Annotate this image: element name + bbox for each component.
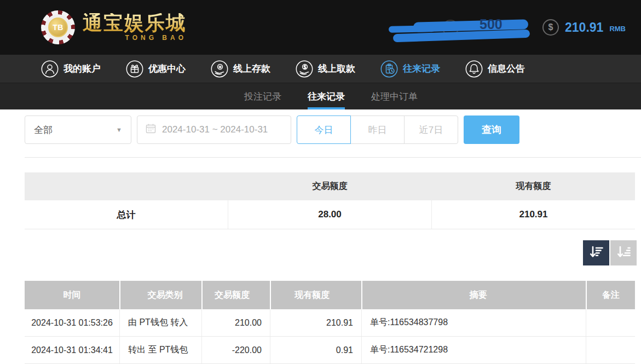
main-nav: 我的账户 优惠中心 线上存款 线上取款 往来记录 信息公告 bbox=[0, 55, 641, 83]
cell-amount: 210.00 bbox=[201, 309, 270, 336]
cell-note bbox=[586, 309, 635, 336]
type-select[interactable]: 全部 ▼ bbox=[25, 115, 131, 144]
nav-label: 优惠中心 bbox=[148, 62, 186, 75]
dollar-circle-icon: $ bbox=[542, 19, 559, 36]
logo-text: 通宝娱乐城 TONG BAO bbox=[83, 13, 187, 42]
chevron-down-icon: ▼ bbox=[116, 126, 122, 133]
range-today-button[interactable]: 今日 bbox=[297, 115, 351, 144]
nav-label: 往来记录 bbox=[403, 62, 440, 75]
nav-item-deposit[interactable]: 线上存款 bbox=[211, 60, 270, 78]
sort-asc-icon bbox=[616, 245, 631, 261]
type-select-value: 全部 bbox=[34, 124, 53, 136]
records-table: 时间 交易类别 交易额度 现有额度 摘要 备注 2024-10-31 01:53… bbox=[25, 281, 635, 364]
nav-label: 线上取款 bbox=[318, 62, 355, 75]
deposit-hand-coin-icon bbox=[211, 60, 228, 78]
cell-summary: 单号:116534721298 bbox=[361, 337, 586, 363]
tb-chip-label: TB bbox=[48, 18, 68, 37]
cell-balance: 210.91 bbox=[270, 309, 361, 336]
cell-note bbox=[586, 337, 635, 363]
range-last7days-button[interactable]: 近7日 bbox=[404, 115, 458, 144]
cell-type: 由 PT钱包 转入 bbox=[119, 309, 201, 336]
sort-descending-button[interactable] bbox=[583, 240, 609, 265]
bell-icon bbox=[465, 60, 483, 78]
range-label: 昨日 bbox=[368, 124, 387, 136]
tab-label: 处理中订单 bbox=[371, 90, 418, 103]
gift-icon bbox=[126, 60, 143, 78]
tab-pending-orders[interactable]: 处理中订单 bbox=[371, 83, 418, 109]
app-header: TB 通宝娱乐城 TONG BAO 500 $ 210.91 RMB bbox=[0, 0, 641, 55]
tab-bet-records[interactable]: 投注记录 bbox=[244, 83, 281, 109]
balance[interactable]: $ 210.91 RMB bbox=[542, 0, 626, 55]
nav-item-announcements[interactable]: 信息公告 bbox=[465, 60, 525, 78]
summary-header-row: 交易额度 现有额度 bbox=[25, 172, 635, 200]
logo[interactable]: TB 通宝娱乐城 TONG BAO bbox=[41, 10, 187, 44]
range-label: 今日 bbox=[315, 124, 333, 136]
summary-header-trade-amount: 交易额度 bbox=[228, 172, 432, 200]
balance-amount: 210.91 bbox=[565, 20, 603, 35]
nav-item-transactions[interactable]: 往来记录 bbox=[380, 60, 440, 78]
cell-type: 转出 至 PT钱包 bbox=[119, 337, 201, 363]
nav-item-my-account[interactable]: 我的账户 bbox=[41, 60, 101, 78]
summary-trade-amount: 28.00 bbox=[228, 200, 431, 229]
summary-header-blank bbox=[25, 172, 228, 200]
quick-range-group: 今日 昨日 近7日 bbox=[297, 115, 458, 144]
col-header-balance: 现有额度 bbox=[270, 281, 361, 309]
withdraw-hand-dollar-icon bbox=[296, 60, 313, 78]
nav-item-withdraw[interactable]: 线上取款 bbox=[296, 60, 355, 78]
sort-ascending-button[interactable] bbox=[610, 240, 637, 265]
nav-label: 信息公告 bbox=[488, 62, 525, 75]
tab-transaction-records[interactable]: 往来记录 bbox=[308, 83, 345, 109]
table-row: 2024-10-31 01:53:26 由 PT钱包 转入 210.00 210… bbox=[25, 309, 635, 337]
cell-summary: 单号:116534837798 bbox=[361, 309, 586, 336]
col-header-note: 备注 bbox=[586, 281, 635, 309]
date-range-input[interactable]: 2024-10-31 ~ 2024-10-31 bbox=[137, 115, 291, 144]
redaction-scribble bbox=[389, 25, 435, 32]
summary-total-row: 总计 28.00 210.91 bbox=[25, 200, 635, 229]
summary-table: 交易额度 现有额度 总计 28.00 210.91 bbox=[25, 172, 635, 229]
nav-label: 我的账户 bbox=[63, 62, 101, 75]
col-header-type: 交易类别 bbox=[119, 281, 201, 309]
col-header-time: 时间 bbox=[25, 281, 119, 309]
table-row: 2024-10-31 01:34:41 转出 至 PT钱包 -220.00 0.… bbox=[25, 337, 635, 364]
records-header-row: 时间 交易类别 交易额度 现有额度 摘要 备注 bbox=[25, 281, 635, 309]
active-tab-underline bbox=[308, 107, 345, 109]
nav-label: 线上存款 bbox=[233, 62, 270, 75]
person-icon bbox=[41, 60, 59, 78]
date-range-value: 2024-10-31 ~ 2024-10-31 bbox=[162, 124, 268, 135]
search-button-label: 查询 bbox=[482, 123, 501, 136]
filter-bar: 全部 ▼ 2024-10-31 ~ 2024-10-31 今日 昨日 近7日 查… bbox=[25, 115, 641, 144]
tb-chip-icon: TB bbox=[41, 10, 75, 44]
cell-balance: 0.91 bbox=[270, 337, 361, 363]
logo-title: 通宝娱乐城 bbox=[83, 13, 187, 33]
tab-label: 投注记录 bbox=[244, 90, 281, 103]
records-clipboard-icon bbox=[380, 60, 398, 78]
cell-amount: -220.00 bbox=[201, 337, 270, 363]
tab-label: 往来记录 bbox=[308, 90, 345, 103]
summary-header-current-amount: 现有额度 bbox=[431, 172, 635, 200]
sub-nav: 投注记录 往来记录 处理中订单 bbox=[0, 83, 641, 109]
cell-time: 2024-10-31 01:34:41 bbox=[25, 337, 119, 363]
logo-subtitle: TONG BAO bbox=[125, 34, 187, 42]
nav-item-promotions[interactable]: 优惠中心 bbox=[126, 60, 186, 78]
balance-currency: RMB bbox=[609, 25, 626, 33]
cell-time: 2024-10-31 01:53:26 bbox=[25, 309, 119, 336]
summary-current-amount: 210.91 bbox=[431, 200, 635, 229]
search-button[interactable]: 查询 bbox=[464, 115, 519, 144]
range-yesterday-button[interactable]: 昨日 bbox=[350, 115, 405, 144]
summary-total-label: 总计 bbox=[25, 200, 228, 229]
section-divider bbox=[25, 157, 641, 158]
calendar-icon bbox=[146, 123, 156, 136]
range-label: 近7日 bbox=[419, 124, 443, 136]
col-header-summary: 摘要 bbox=[361, 281, 586, 309]
col-header-amount: 交易额度 bbox=[201, 281, 270, 309]
sort-desc-icon bbox=[589, 245, 604, 261]
sort-controls bbox=[0, 240, 641, 265]
